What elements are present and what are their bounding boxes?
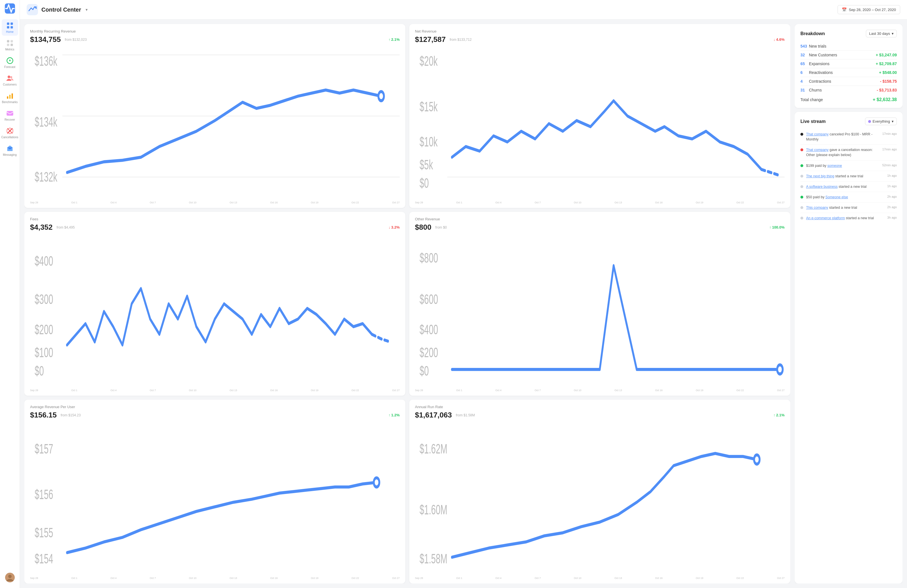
breakdown-row: 32 New Customers + $3,247.09	[800, 51, 897, 59]
header-logo-wrapper	[27, 4, 38, 15]
svg-text:$0: $0	[35, 363, 44, 378]
livestream-item-time: 17min ago	[882, 147, 897, 151]
arr-from: from $1.58M	[456, 413, 475, 417]
breakdown-title: Breakdown	[800, 31, 866, 36]
sidebar-item-recover[interactable]: Recover	[2, 107, 18, 123]
arpu-change-value: 1.2%	[391, 413, 400, 417]
breakdown-row-value: + $3,247.09	[876, 53, 897, 57]
livestream-link[interactable]: The next big thing	[806, 174, 834, 178]
mrr-change-badge: ↑ 2.1%	[389, 37, 400, 42]
other-revenue-up-icon: ↑	[769, 225, 771, 229]
arpu-value: $156.15	[30, 411, 57, 419]
sidebar-item-home[interactable]: Home	[2, 19, 18, 36]
livestream-link[interactable]: someone	[827, 164, 842, 168]
arr-value-row: $1,617,063 from $1.58M ↑ 2.1%	[415, 411, 785, 419]
livestream-item-content: The next big thing started a new trial	[806, 174, 884, 179]
net-revenue-change-badge: ↓ 4.6%	[774, 37, 785, 42]
net-revenue-from: from $133,712	[450, 38, 471, 42]
livestream-item-content: That company gave a cancellation reason:…	[806, 147, 880, 158]
sidebar-item-messaging[interactable]: Messaging	[2, 142, 18, 158]
livestream-item-content: That company canceled Pro $100 - MRR - M…	[806, 132, 880, 142]
livestream-link[interactable]: That company	[806, 148, 828, 152]
arpu-chart: $157 $156 $155 $154	[30, 423, 400, 575]
breakdown-row-value: + $548.00	[879, 70, 897, 75]
breakdown-row-num: 32	[800, 53, 809, 57]
livestream-item-time: 3h ago	[887, 216, 897, 219]
right-panel: Breakdown Last 30 days ▾ 543 New trials …	[795, 24, 902, 583]
breakdown-row-value: - $158.75	[880, 79, 897, 83]
livestream-link[interactable]: That company	[806, 132, 828, 136]
breakdown-row-label: New trials	[809, 44, 897, 48]
livestream-card: Live stream Everything ▾ That company ca…	[795, 112, 902, 583]
livestream-link[interactable]: An e-commerce platform	[806, 216, 845, 220]
arr-up-icon: ↑	[774, 413, 776, 417]
livestream-item-content: $50 paid by Someone else	[806, 195, 884, 200]
net-revenue-card: Net Revenue $127,587 from $133,712 ↓ 4.6…	[409, 24, 790, 208]
svg-rect-0	[7, 22, 9, 25]
other-revenue-x-axis: Sep 28 Oct 1 Oct 4 Oct 7 Oct 10 Oct 13 O…	[415, 388, 785, 392]
date-range-picker[interactable]: 📅 Sep 28, 2020 – Oct 27, 2020	[838, 5, 900, 14]
breakdown-chevron-icon: ▾	[892, 32, 894, 36]
livestream-item: This company started a new trial 2h ago	[800, 203, 897, 213]
benchmarks-icon	[6, 92, 14, 100]
svg-rect-15	[6, 111, 13, 115]
arpu-from: from $154.23	[61, 413, 81, 417]
fees-card: Fees $4,352 from $4,495 ↓ 3.2% $400 $300	[24, 212, 405, 396]
arpu-card: Average Revenue Per User $156.15 from $1…	[24, 399, 405, 583]
user-avatar[interactable]	[5, 573, 15, 582]
charts-row-3: Average Revenue Per User $156.15 from $1…	[24, 399, 790, 583]
livestream-link[interactable]: Someone else	[825, 195, 848, 199]
fees-title: Fees	[30, 217, 400, 221]
content-area: Monthly Recurring Revenue $134,755 from …	[20, 19, 907, 588]
breakdown-row: 31 Churns - $3,713.83	[800, 86, 897, 94]
svg-rect-3	[11, 26, 13, 28]
breakdown-period-select[interactable]: Last 30 days ▾	[866, 30, 897, 37]
svg-text:$155: $155	[35, 525, 53, 540]
date-range-label: Sep 28, 2020 – Oct 27, 2020	[849, 8, 896, 12]
mrr-chart: $136k $134k $132k	[30, 47, 400, 200]
mrr-value-row: $134,755 from $132,023 ↑ 2.1%	[30, 35, 400, 44]
fees-chart: $400 $300 $200 $100 $0	[30, 235, 400, 388]
svg-text:$10k: $10k	[420, 134, 437, 149]
livestream-item-time: 1h ago	[887, 174, 897, 177]
livestream-filter-dot	[868, 120, 871, 123]
livestream-item-text: That company gave a cancellation reason:…	[806, 147, 880, 158]
sidebar-item-label: Cancellations	[1, 136, 18, 139]
arpu-change-badge: ↑ 1.2%	[389, 413, 400, 417]
svg-point-26	[378, 91, 384, 101]
net-revenue-value: $127,587	[415, 35, 445, 44]
calendar-icon: 📅	[842, 7, 847, 12]
livestream-filter-select[interactable]: Everything ▾	[865, 118, 897, 125]
arpu-value-row: $156.15 from $154.23 ↑ 1.2%	[30, 411, 400, 419]
mrr-from: from $132,023	[65, 38, 87, 42]
breakdown-total-label: Total change	[800, 97, 873, 102]
up-arrow-icon: ↑	[389, 37, 391, 42]
sidebar-item-metrics[interactable]: Metrics	[2, 37, 18, 53]
svg-point-9	[9, 60, 11, 61]
svg-text:$300: $300	[35, 291, 53, 307]
svg-text:$20k: $20k	[420, 53, 437, 68]
breakdown-row-num: 31	[800, 88, 809, 92]
arr-change-badge: ↑ 2.1%	[774, 413, 785, 417]
sidebar-item-customers[interactable]: Customers	[2, 72, 18, 88]
fees-value: $4,352	[30, 223, 53, 232]
svg-text:$200: $200	[420, 345, 438, 360]
breakdown-row: 6 Reactivations + $548.00	[800, 68, 897, 77]
breakdown-total-value: + $2,632.38	[873, 97, 897, 102]
svg-point-18	[8, 575, 11, 578]
livestream-status-dot	[800, 206, 803, 209]
livestream-link[interactable]: This company	[806, 206, 828, 209]
breakdown-row: 65 Expansions + $2,709.87	[800, 59, 897, 68]
livestream-status-dot	[800, 196, 803, 198]
sidebar-item-forecast[interactable]: Forecast	[2, 54, 18, 71]
sidebar-item-benchmarks[interactable]: Benchmarks	[2, 89, 18, 106]
sidebar-item-label: Recover	[5, 118, 15, 121]
sidebar-item-label: Forecast	[4, 66, 15, 69]
livestream-item-content: A software business started a new trial	[806, 184, 884, 189]
livestream-item-text: The next big thing started a new trial	[806, 174, 884, 179]
livestream-link[interactable]: A software business	[806, 185, 838, 189]
sidebar-item-cancellations[interactable]: Cancellations	[2, 125, 18, 141]
livestream-item-text: A software business started a new trial	[806, 184, 884, 189]
breakdown-row-label: Reactivations	[809, 70, 879, 75]
charts-row-1: Monthly Recurring Revenue $134,755 from …	[24, 24, 790, 208]
